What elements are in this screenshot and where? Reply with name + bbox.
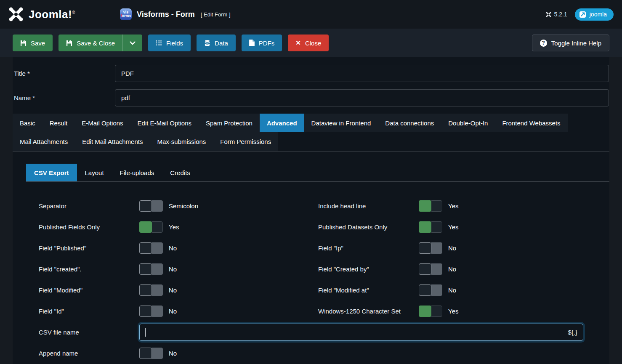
- text-cursor: [145, 328, 146, 337]
- setting-row-include-head-line: Include head line Yes: [306, 195, 609, 216]
- tab-email-options[interactable]: E-Mail Options: [74, 114, 130, 132]
- windows-1250-toggle[interactable]: [419, 306, 443, 317]
- field-ip-toggle[interactable]: [419, 242, 443, 254]
- setting-value: No: [169, 244, 177, 252]
- toolbar: Save Save & Close: [0, 29, 622, 57]
- setting-row-csv-file-name: CSV file name ${.}: [26, 321, 609, 343]
- setting-value: No: [448, 287, 456, 294]
- tab-basic[interactable]: Basic: [13, 114, 43, 132]
- component-title: vis forms Visforms - Form [ Edit Form ]: [120, 8, 231, 20]
- setting-label: Published Fields Only: [39, 223, 139, 231]
- subtab-file-uploads[interactable]: File-uploads: [112, 164, 162, 181]
- csv-export-settings: Separator Semicolon Include head line Ye…: [26, 195, 609, 364]
- setting-row-field-created-by: Field "Created by" No: [306, 258, 609, 279]
- toggle-inline-help-button[interactable]: ? Toggle Inline Help: [532, 35, 609, 51]
- setting-value: No: [169, 350, 177, 357]
- separator-toggle[interactable]: [139, 200, 163, 212]
- setting-row-field-modified: Field "Modified" No: [26, 279, 306, 300]
- field-id-toggle[interactable]: [139, 306, 163, 317]
- save-close-button[interactable]: Save & Close: [58, 35, 122, 51]
- field-modified-toggle[interactable]: [139, 284, 163, 296]
- tab-edit-mail-attachments[interactable]: Edit Mail Attachments: [75, 132, 150, 151]
- csv-file-name-input[interactable]: ${.}: [139, 324, 583, 341]
- field-created-by-toggle[interactable]: [419, 263, 443, 275]
- setting-label: Field "created".: [39, 266, 139, 273]
- tab-double-opt-in[interactable]: Double-Opt-In: [441, 114, 495, 132]
- tab-mail-attachments[interactable]: Mail Attachments: [13, 132, 75, 151]
- setting-label: Append name: [39, 350, 139, 357]
- setting-value: No: [169, 266, 177, 273]
- subtab-layout[interactable]: Layout: [77, 164, 112, 181]
- setting-value: No: [169, 308, 177, 315]
- setting-label: Field "Id": [39, 308, 139, 315]
- setting-value: No: [448, 244, 456, 252]
- setting-label: Separator: [39, 202, 139, 210]
- setting-row-field-id: Field "Id" No: [26, 300, 306, 321]
- field-modified-at-toggle[interactable]: [419, 284, 443, 296]
- setting-value: No: [169, 287, 177, 294]
- tab-frontend-webassets[interactable]: Frontend Webassets: [495, 114, 567, 132]
- page-title: Visforms - Form: [137, 10, 195, 19]
- setting-label: Field "Modified": [39, 287, 139, 294]
- joomla-version: 5.2.1: [546, 11, 567, 18]
- setting-value: Yes: [448, 202, 458, 210]
- pdfs-button[interactable]: PDFs: [242, 35, 282, 51]
- advanced-subtabs: CSV Export Layout File-uploads Credits: [26, 164, 609, 182]
- joomla-logo-text: Joomla!®: [29, 8, 75, 21]
- joomla-logo[interactable]: Joomla!®: [8, 7, 75, 22]
- field-published-toggle[interactable]: [139, 242, 163, 254]
- close-icon: ✕: [295, 39, 301, 47]
- setting-label: Published Datasets Only: [318, 223, 419, 231]
- setting-row-published-datasets-only: Published Datasets Only Yes: [306, 216, 609, 237]
- title-field[interactable]: [115, 65, 609, 82]
- tab-data-connections[interactable]: Data connections: [378, 114, 441, 132]
- save-options-dropdown-button[interactable]: [122, 35, 142, 51]
- setting-row-field-ip: Field "Ip" No: [306, 237, 609, 258]
- subtab-csv-export[interactable]: CSV Export: [26, 164, 77, 181]
- setting-row-field-modified-at: Field "Modified at" No: [306, 279, 609, 300]
- setting-value: No: [448, 266, 456, 273]
- view-site-label: joomla: [590, 11, 607, 18]
- setting-label: Field "Ip": [318, 244, 419, 252]
- save-button[interactable]: Save: [13, 35, 53, 51]
- setting-value: Semicolon: [169, 202, 198, 210]
- setting-label: Include head line: [318, 202, 419, 210]
- question-icon: ?: [540, 40, 547, 47]
- append-name-toggle[interactable]: [139, 348, 163, 359]
- floppy-icon: [20, 40, 27, 46]
- close-button[interactable]: ✕ Close: [288, 35, 329, 51]
- tab-edit-email-options[interactable]: Edit E-Mail Options: [130, 114, 199, 132]
- file-icon: [249, 40, 255, 46]
- edit-form-main: Title * Name * Basic Result E-Mail Optio…: [13, 57, 609, 364]
- tab-result[interactable]: Result: [43, 114, 75, 132]
- tab-dataview-in-frontend[interactable]: Dataview in Frontend: [304, 114, 378, 132]
- setting-row-append-name: Append name No: [26, 343, 609, 364]
- setting-row-published-fields-only: Published Fields Only Yes: [26, 216, 306, 237]
- published-fields-only-toggle[interactable]: [139, 221, 163, 233]
- name-field-label: Name *: [13, 94, 115, 101]
- chevron-down-icon: [130, 41, 136, 45]
- setting-row-field-created: Field "created". No: [26, 258, 306, 279]
- fields-button[interactable]: Fields: [148, 35, 191, 51]
- setting-label: Field "Published": [39, 244, 139, 252]
- data-button[interactable]: Data: [197, 35, 236, 51]
- placeholder-picker-button[interactable]: ${.}: [568, 329, 577, 336]
- setting-label: Field "Created by": [318, 266, 419, 273]
- setting-value: Yes: [448, 308, 458, 315]
- setting-value: Yes: [448, 223, 458, 231]
- joomla-logo-icon: [8, 7, 24, 22]
- tab-spam-protection[interactable]: Spam Protection: [199, 114, 260, 132]
- tab-max-submissions[interactable]: Max-submissions: [150, 132, 213, 151]
- setting-value: Yes: [169, 223, 179, 231]
- tab-form-permissions[interactable]: Form Permissions: [213, 132, 278, 151]
- setting-row-separator: Separator Semicolon: [26, 195, 306, 216]
- tab-advanced[interactable]: Advanced: [260, 114, 304, 132]
- subtab-credits[interactable]: Credits: [162, 164, 198, 181]
- visforms-icon: vis forms: [120, 8, 132, 20]
- view-site-button[interactable]: joomla: [575, 8, 614, 21]
- field-created-toggle[interactable]: [139, 263, 163, 275]
- include-head-line-toggle[interactable]: [419, 200, 443, 212]
- name-field[interactable]: [115, 89, 609, 106]
- version-number: 5.2.1: [554, 11, 567, 18]
- published-datasets-only-toggle[interactable]: [419, 221, 443, 233]
